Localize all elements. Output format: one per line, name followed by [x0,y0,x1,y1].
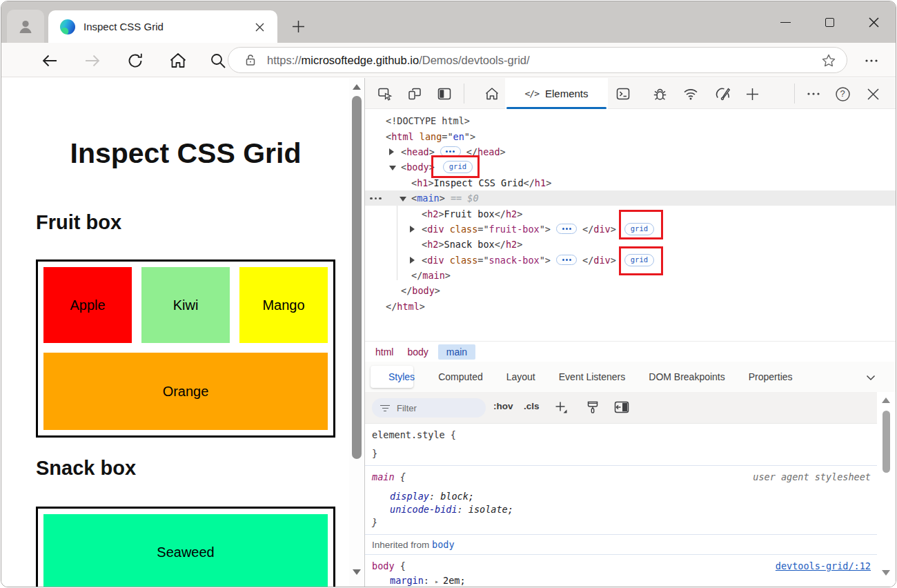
style-rule[interactable]: element.style {} [365,424,878,466]
css-token-tri: ▸ [435,578,443,585]
devtools-close-icon[interactable] [865,86,881,102]
css-token-pb: : [429,491,440,502]
styles-scroll-up-icon[interactable] [882,398,890,403]
favorite-star-icon[interactable] [820,52,837,69]
filter-input[interactable]: Filter [372,398,486,418]
more-tools-plus-icon[interactable] [744,86,760,102]
home-button[interactable] [168,50,188,71]
css-token-prop: unicode-bidi [390,504,457,515]
expand-arrow-icon[interactable] [410,257,415,264]
tree-row[interactable]: <h2>Fruit box</h2> [365,206,896,221]
browser-more-icon[interactable] [861,50,882,71]
breadcrumb-item-html[interactable]: html [375,346,393,357]
tree-row[interactable]: <h2>Snack box</h2> [365,237,896,252]
code-token-p: < [386,131,391,142]
tree-row[interactable]: </main> [365,268,896,283]
console-icon[interactable] [615,86,631,102]
tree-row[interactable]: <h1>Inspect CSS Grid</h1> [365,175,896,190]
expand-arrow-icon[interactable] [389,148,394,155]
tree-row[interactable]: </body> [365,283,896,298]
code-token-p: "> [540,224,551,235]
expand-arrow-icon[interactable] [410,226,415,233]
devtools-more-icon[interactable] [805,86,822,102]
styles-scrollbar[interactable] [877,392,896,587]
collapse-arrow-icon[interactable] [400,197,406,202]
forward-button[interactable] [82,50,103,71]
help-icon[interactable]: ? [834,86,851,102]
code-token-p: < [422,224,427,235]
chevron-down-icon[interactable] [865,372,876,383]
address-bar[interactable]: https://microsoftedge.github.io/Demos/de… [228,47,847,73]
tab-properties[interactable]: Properties [749,371,793,382]
browser-tab[interactable]: Inspect CSS Grid [48,10,277,43]
style-rule[interactable]: main {display: block;unicode-bidi: isola… [365,466,878,535]
tab-title: Inspect CSS Grid [83,21,164,32]
title-bar: Inspect CSS Grid [1,1,896,43]
tree-row[interactable]: <div class="fruit-box"></div>grid [365,222,896,237]
tree-row[interactable]: <html lang="en"> [365,128,896,144]
tree-row[interactable]: <div class="snack-box"></div>grid [365,253,896,268]
new-tab-button[interactable] [287,15,309,37]
network-conditions-icon[interactable] [682,86,699,102]
tree-row[interactable]: <head></head> [365,144,896,159]
scroll-down-icon[interactable] [353,569,361,575]
inherited-element-link[interactable]: body [432,539,455,550]
tree-row[interactable]: <main> == $0 [365,190,896,206]
computed-sidebar-toggle-icon[interactable] [613,399,630,415]
back-button[interactable] [39,50,60,71]
style-rule[interactable]: body {margin: ▸ 2em;devtools-grid/:12 [365,555,878,587]
tab-elements[interactable]: </> Elements [505,78,608,109]
tree-row[interactable]: <!DOCTYPE html> [365,113,896,128]
row-menu-dots-icon[interactable] [370,197,382,200]
profile-avatar[interactable] [7,10,44,43]
tab-dom-breakpoints[interactable]: DOM Breakpoints [649,371,724,382]
css-token-pb: : [424,575,435,586]
page-scrollbar[interactable] [349,78,364,587]
grid-badge[interactable]: grid [443,161,473,173]
performance-icon[interactable] [715,86,731,102]
search-icon[interactable] [208,50,228,71]
tab-styles[interactable]: Styles [388,371,415,382]
code-token-tag: div [593,224,610,235]
css-token-sel: main [372,471,395,482]
maximize-button[interactable] [807,1,851,43]
expand-ellipsis-icon[interactable] [440,146,461,157]
code-token-tag: h2 [506,208,517,219]
breadcrumb-item-main[interactable]: main [438,344,475,360]
code-token-p: < [401,161,406,173]
device-emulation-icon[interactable] [406,86,423,102]
new-style-rule-icon[interactable] [553,399,569,415]
dock-side-icon[interactable] [436,86,453,102]
code-token-tagb: main [417,193,440,204]
brush-icon[interactable] [584,399,601,415]
class-toggle-button[interactable]: .cls [524,401,540,411]
pseudo-state-button[interactable]: :hov [493,401,513,411]
grid-badge[interactable]: grid [624,223,654,235]
styles-scroll-down-icon[interactable] [882,570,890,576]
window-close-button[interactable] [851,1,896,43]
tab-close-icon[interactable] [253,20,266,34]
code-token-p [444,255,450,266]
code-icon: </> [524,88,538,99]
expand-ellipsis-icon[interactable] [556,224,577,234]
expand-ellipsis-icon[interactable] [556,255,577,265]
tree-row[interactable]: </html> [365,299,896,314]
stylesheet-source-link[interactable]: devtools-grid/:12 [776,560,871,573]
tab-computed[interactable]: Computed [438,371,483,382]
tab-event-listeners[interactable]: Event Listeners [559,371,626,382]
code-token-p: > [440,193,445,204]
tree-row[interactable]: <body>grid [365,159,896,175]
minimize-button[interactable] [763,1,807,43]
collapse-arrow-icon[interactable] [389,166,396,170]
breadcrumb-item-body[interactable]: body [407,346,428,357]
page-scrollbar-thumb[interactable] [352,96,362,459]
grid-badge[interactable]: grid [624,254,654,266]
refresh-button[interactable] [125,50,146,71]
styles-scrollbar-thumb[interactable] [883,411,890,473]
scroll-up-icon[interactable] [353,84,361,90]
devtools-home-icon[interactable] [484,86,500,102]
debug-icon[interactable] [651,86,668,102]
tab-layout[interactable]: Layout [506,371,535,382]
inspect-element-icon[interactable] [377,86,393,102]
fruit-box-grid: AppleKiwiMangoOrange [36,259,335,438]
